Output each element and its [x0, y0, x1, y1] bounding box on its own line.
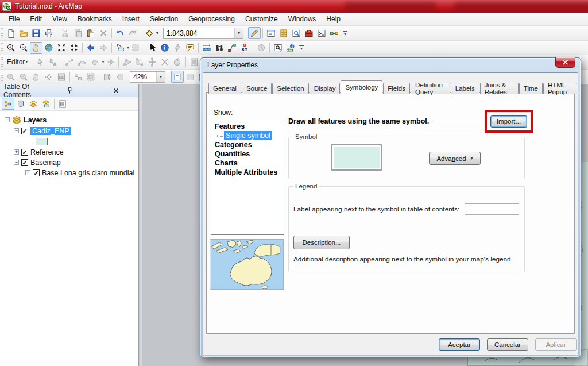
open-document-icon[interactable]	[17, 27, 30, 39]
python-window-icon[interactable]	[315, 27, 328, 39]
search-window-icon[interactable]	[290, 27, 303, 39]
layout-zoom-combo[interactable]: 42% ▾	[130, 71, 165, 83]
go-back-extent-icon[interactable]	[84, 42, 97, 54]
tab-joins-relates[interactable]: Joins & Relates	[480, 83, 519, 94]
accept-button[interactable]: Aceptar	[439, 338, 480, 351]
undo-icon[interactable]	[114, 27, 126, 39]
menu-customize[interactable]: Customize	[240, 13, 283, 25]
tab-source[interactable]: Source	[242, 83, 272, 94]
zoom-in-icon[interactable]	[5, 42, 17, 54]
fixed-zoom-out-icon[interactable]	[68, 42, 80, 54]
viewer-window-icon[interactable]	[272, 42, 284, 54]
collapse-icon[interactable]: −	[14, 128, 19, 133]
expand-icon[interactable]: +	[14, 149, 19, 155]
list-by-drawing-order-icon[interactable]	[2, 98, 14, 110]
find-icon[interactable]	[213, 42, 226, 54]
layer-checkbox[interactable]: ✓	[21, 159, 28, 166]
zoom-out-icon[interactable]	[17, 42, 30, 54]
editor-toolbar-toggle-icon[interactable]	[248, 27, 261, 39]
legend-label-input[interactable]	[465, 203, 519, 215]
toc-item-layers[interactable]: − Layers	[5, 115, 47, 125]
layer-symbol-swatch[interactable]	[36, 138, 48, 145]
panel-splitter[interactable]	[140, 84, 142, 366]
map-scale-combo[interactable]: 1:843,884 ▾	[163, 28, 243, 39]
list-by-selection-icon[interactable]	[40, 98, 52, 110]
expand-icon[interactable]: +	[25, 170, 30, 175]
scale-dropdown-icon[interactable]: ▾	[234, 28, 243, 38]
symbol-preview-swatch[interactable]	[331, 144, 382, 171]
basemap-layer-label[interactable]: Basemap	[30, 159, 61, 167]
toc-options-icon[interactable]	[56, 98, 69, 110]
layer-checkbox[interactable]: ✓	[33, 169, 40, 176]
menu-view[interactable]: View	[47, 13, 72, 25]
toolbar-overflow-icon[interactable]: ▾	[299, 45, 304, 50]
add-data-icon[interactable]	[143, 27, 156, 39]
show-item-single-symbol[interactable]: Single symbol	[215, 131, 284, 140]
identify-dialog-icon[interactable]	[284, 42, 297, 54]
go-to-xy-icon[interactable]: XY	[238, 42, 251, 54]
catalog-window-icon[interactable]	[277, 27, 290, 39]
menu-insert[interactable]: Insert	[117, 13, 145, 25]
save-icon[interactable]	[30, 27, 42, 39]
identify-icon[interactable]	[158, 42, 171, 54]
tab-fields[interactable]: Fields	[383, 83, 410, 94]
collapse-icon[interactable]: −	[14, 160, 19, 165]
reference-layer-label[interactable]: Reference	[30, 148, 64, 156]
symbology-method-list[interactable]: Features Single symbol Categories Quanti…	[211, 120, 284, 235]
description-button[interactable]: Description...	[293, 236, 350, 249]
show-item-categories[interactable]: Categories	[215, 140, 284, 149]
tab-time[interactable]: Time	[519, 83, 543, 94]
layer-checkbox[interactable]: ✓	[21, 128, 28, 134]
menu-file[interactable]: File	[3, 13, 25, 25]
add-data-dropdown[interactable]: ▾	[156, 31, 158, 36]
dialog-close-button[interactable]	[555, 57, 575, 68]
show-item-quantities[interactable]: Quantities	[215, 149, 284, 159]
tab-definition-query[interactable]: Definition Query	[411, 83, 450, 94]
cadiz-layer-label[interactable]: Cadiz_ENP	[30, 127, 71, 135]
menu-help[interactable]: Help	[321, 13, 346, 25]
collapse-icon[interactable]: −	[5, 117, 10, 122]
cancel-button[interactable]: Cancelar	[487, 338, 528, 351]
menu-bookmarks[interactable]: Bookmarks	[72, 13, 117, 25]
html-popup-icon[interactable]	[184, 42, 196, 54]
base-lona-layer-label[interactable]: Base Lona gris claro mundial	[42, 169, 134, 177]
toc-item-cadiz-symbol[interactable]	[36, 137, 48, 147]
toc-item-cadiz[interactable]: − ✓ Cadiz_ENP	[14, 126, 71, 136]
toc-item-basemap[interactable]: − ✓ Basemap	[14, 157, 61, 167]
menu-windows[interactable]: Windows	[283, 13, 322, 25]
measure-icon[interactable]	[200, 42, 213, 54]
fixed-zoom-in-icon[interactable]	[55, 42, 68, 54]
menu-geoprocessing[interactable]: Geoprocessing	[183, 13, 240, 25]
select-elements-icon[interactable]	[146, 42, 158, 54]
list-by-visibility-icon[interactable]	[27, 98, 40, 110]
full-extent-icon[interactable]	[42, 42, 55, 54]
pan-tool-icon[interactable]	[30, 42, 42, 54]
show-item-charts[interactable]: Charts	[215, 159, 284, 168]
tab-html-popup[interactable]: HTML Popup	[543, 83, 577, 94]
toolbar-grip[interactable]	[1, 57, 3, 67]
new-document-icon[interactable]	[5, 27, 17, 39]
list-by-source-icon[interactable]	[14, 98, 27, 110]
menu-edit[interactable]: Edit	[25, 13, 47, 25]
toggle-draft-mode-icon[interactable]	[171, 71, 184, 83]
toolbar-grip[interactable]	[1, 43, 3, 53]
tab-symbology[interactable]: Symbology	[341, 80, 382, 94]
modelbuilder-icon[interactable]	[328, 27, 341, 39]
tab-labels[interactable]: Labels	[451, 83, 479, 94]
toolbar-overflow-icon[interactable]: ▾	[343, 31, 347, 36]
table-of-contents-icon[interactable]	[265, 27, 277, 39]
toc-item-base-lona[interactable]: + ✓ Base Lona gris claro mundial	[25, 168, 134, 178]
tab-selection[interactable]: Selection	[272, 83, 308, 94]
pin-icon[interactable]	[48, 84, 91, 97]
find-route-icon[interactable]	[226, 42, 238, 54]
layer-checkbox[interactable]: ✓	[21, 149, 28, 156]
import-button[interactable]: Import...	[490, 115, 527, 128]
menu-selection[interactable]: Selection	[145, 13, 183, 25]
print-icon[interactable]	[42, 27, 55, 39]
layout-zoom-dropdown-icon[interactable]: ▾	[156, 72, 165, 82]
advanced-button[interactable]: Advanced ▾	[429, 152, 481, 165]
arctoolbox-icon[interactable]	[303, 27, 315, 39]
select-features-icon[interactable]	[114, 42, 126, 54]
tab-general[interactable]: General	[208, 83, 241, 94]
toolbar-grip[interactable]	[1, 28, 3, 38]
